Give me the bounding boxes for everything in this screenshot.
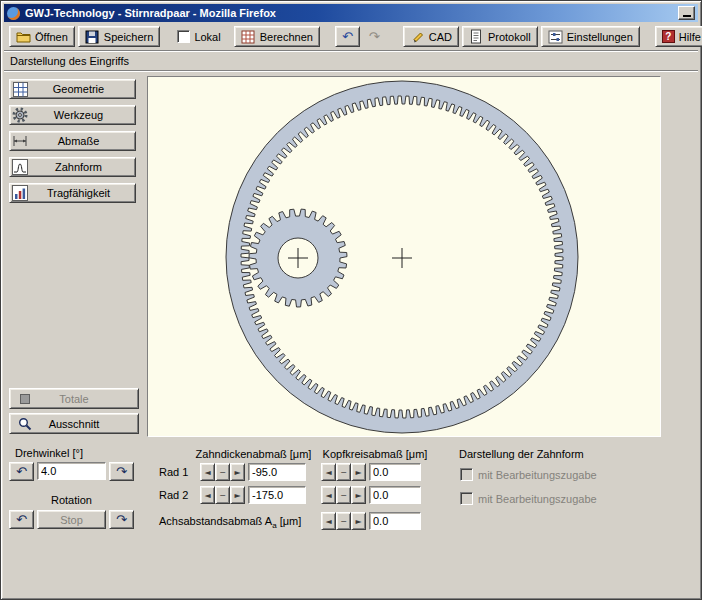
minimize-button[interactable] — [678, 6, 695, 20]
sidebar-item-label: Zahnform — [28, 161, 135, 173]
ausschnitt-magnifier-icon — [17, 416, 33, 432]
bearbeitungszugabe-checkbox-2[interactable] — [460, 492, 473, 505]
minimize-icon — [683, 15, 691, 17]
werkzeug-gear-icon — [12, 107, 28, 123]
rad1-kopfkreis-spinner: ◄ − ► — [321, 463, 366, 481]
section-title: Darstellung des Eingriffs — [10, 55, 129, 67]
rotation-cw-icon: ↷ — [116, 513, 127, 526]
calculate-button[interactable]: Berechnen — [234, 26, 320, 47]
zahnform-tooth-icon — [12, 159, 28, 175]
rotate-left-icon: ↶ — [16, 465, 27, 478]
spin-left-button[interactable]: ◄ — [321, 463, 336, 481]
help-icon: ? — [662, 30, 675, 43]
sidebar-item-zahnform[interactable]: Zahnform — [9, 157, 136, 177]
calculate-icon — [241, 29, 256, 44]
tragfaehigkeit-chart-icon — [12, 185, 28, 201]
main-toolbar: Öffnen Speichern Lokal Berechnen ↶ ↷ — [4, 23, 698, 51]
spin-right-button[interactable]: ► — [351, 463, 366, 481]
rotate-step-left-button[interactable]: ↶ — [9, 462, 34, 481]
ausschnitt-button[interactable]: Ausschnitt — [9, 413, 139, 434]
cad-button[interactable]: CAD — [403, 26, 459, 47]
sidebar-item-geometrie[interactable]: Geometrie — [9, 79, 136, 99]
rotation-ccw-icon: ↶ — [16, 513, 27, 526]
large-gear-center-cross — [392, 248, 412, 268]
achsabstand-field[interactable] — [369, 512, 421, 530]
rad1-zahndicke-field[interactable] — [248, 463, 306, 481]
abmasse-caliper-icon — [12, 133, 28, 149]
spin-mid-button[interactable]: − — [336, 512, 351, 530]
spin-mid-button[interactable]: − — [336, 463, 351, 481]
rotate-right-icon: ↷ — [116, 465, 127, 478]
settings-sliders-icon — [548, 29, 563, 44]
geometrie-icon — [12, 81, 28, 97]
spin-right-button[interactable]: ► — [351, 512, 366, 530]
rotation-label: Rotation — [9, 494, 134, 506]
local-checkbox[interactable] — [177, 30, 190, 43]
totale-button[interactable]: Totale — [9, 388, 139, 409]
spin-mid-button[interactable]: − — [215, 486, 230, 504]
rotation-ccw-button[interactable]: ↶ — [9, 510, 34, 529]
rad2-label: Rad 2 — [159, 489, 188, 501]
open-button[interactable]: Öffnen — [9, 26, 75, 47]
bearbeitungszugabe-label-2: mit Bearbeitungszugabe — [478, 493, 597, 505]
rad2-zahndicke-spinner: ◄ − ► — [200, 486, 245, 504]
rad2-zahndicke-field[interactable] — [248, 486, 306, 504]
small-gear-center-cross — [288, 248, 308, 268]
totale-button-label: Totale — [59, 393, 88, 405]
bearbeitungszugabe-option-1: mit Bearbeitungszugabe — [460, 468, 597, 481]
section-header: Darstellung des Eingriffs — [4, 52, 698, 71]
rad2-kopfkreis-spinner: ◄ − ► — [321, 486, 366, 504]
sidebar-item-label: Werkzeug — [28, 109, 135, 121]
local-checkbox-group: Lokal — [173, 30, 224, 43]
save-button-label: Speichern — [104, 31, 154, 43]
rad2-kopfkreis-field[interactable] — [369, 486, 421, 504]
kopfkreis-column-header: Kopfkreisabmaß [μm] — [317, 448, 433, 460]
bearbeitungszugabe-checkbox-1[interactable] — [460, 468, 473, 481]
protocol-document-icon — [469, 29, 484, 44]
sidebar-item-label: Geometrie — [28, 83, 135, 95]
rotation-cw-button[interactable]: ↷ — [109, 510, 134, 529]
rad1-zahndicke-spinner: ◄ − ► — [200, 463, 245, 481]
open-folder-icon — [16, 29, 31, 44]
undo-button[interactable]: ↶ — [335, 26, 360, 47]
firefox-app-icon — [7, 7, 20, 20]
spin-left-button[interactable]: ◄ — [321, 512, 336, 530]
redo-icon: ↷ — [369, 30, 380, 43]
rad1-kopfkreis-field[interactable] — [369, 463, 421, 481]
save-button[interactable]: Speichern — [78, 26, 161, 47]
rotation-stop-label: Stop — [60, 514, 83, 526]
rotation-stop-button[interactable]: Stop — [37, 510, 106, 529]
bearbeitungszugabe-option-2: mit Bearbeitungszugabe — [460, 492, 597, 505]
spin-mid-button[interactable]: − — [215, 463, 230, 481]
sidebar-item-werkzeug[interactable]: Werkzeug — [9, 105, 136, 125]
spin-left-button[interactable]: ◄ — [200, 486, 215, 504]
protocol-button-label: Protokoll — [488, 31, 531, 43]
spin-mid-button[interactable]: − — [336, 486, 351, 504]
spin-left-button[interactable]: ◄ — [200, 463, 215, 481]
spin-right-button[interactable]: ► — [351, 486, 366, 504]
spin-left-button[interactable]: ◄ — [321, 486, 336, 504]
achsabstand-label: Achsabstandsabmaß Aa [μm] — [159, 515, 301, 530]
rad1-label: Rad 1 — [159, 466, 188, 478]
help-button-label: Hilfe — [679, 31, 701, 43]
sidebar-item-label: Tragfähigkeit — [28, 187, 135, 199]
sidebar-item-tragfaehigkeit[interactable]: Tragfähigkeit — [9, 183, 136, 203]
protocol-button[interactable]: Protokoll — [462, 26, 538, 47]
rotate-step-right-button[interactable]: ↷ — [109, 462, 134, 481]
achsabstand-spinner: ◄ − ► — [321, 512, 366, 530]
app-window: GWJ-Technology - Stirnradpaar - Mozilla … — [0, 0, 702, 600]
redo-button[interactable]: ↷ — [363, 26, 386, 47]
settings-button-label: Einstellungen — [567, 31, 633, 43]
drehwinkel-field[interactable] — [37, 462, 106, 480]
help-button[interactable]: ? Hilfe — [655, 26, 702, 47]
bearbeitungszugabe-label-1: mit Bearbeitungszugabe — [478, 469, 597, 481]
gear-engagement-view — [147, 76, 661, 437]
sidebar-item-label: Abmaße — [28, 135, 135, 147]
cad-pencil-icon — [410, 29, 425, 44]
ausschnitt-button-label: Ausschnitt — [49, 418, 100, 430]
settings-button[interactable]: Einstellungen — [541, 26, 640, 47]
sidebar-item-abmasse[interactable]: Abmaße — [9, 131, 136, 151]
spin-right-button[interactable]: ► — [230, 486, 245, 504]
spin-right-button[interactable]: ► — [230, 463, 245, 481]
window-title: GWJ-Technology - Stirnradpaar - Mozilla … — [25, 7, 678, 19]
